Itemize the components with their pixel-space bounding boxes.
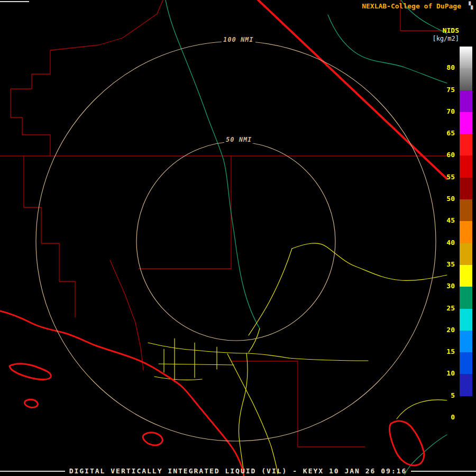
county-line-west-steps	[24, 156, 75, 317]
colorbar-tick: 60	[441, 151, 455, 159]
colorbar-tick: 50	[441, 195, 455, 203]
island-1	[10, 364, 51, 380]
colorbar-tick: 75	[441, 86, 455, 94]
highway-basin-main	[148, 343, 289, 358]
top-left-line	[0, 1, 29, 2]
colorbar-segment	[460, 396, 472, 418]
colorbar-title: NIDS	[443, 26, 459, 34]
colorbar-segment	[460, 199, 472, 221]
highway-south-1	[227, 354, 278, 474]
colorbar-tick: 15	[441, 348, 455, 355]
highway-connector	[249, 328, 260, 352]
highway-south-2	[239, 353, 248, 473]
highway-center-descent	[249, 249, 292, 335]
county-line-la-east	[139, 156, 231, 269]
colorbar-tick: 80	[441, 64, 455, 71]
coastline-group	[0, 311, 424, 476]
colorbar-tick: 0	[441, 414, 455, 421]
state-border-line	[258, 0, 447, 179]
range-ring-100	[36, 41, 436, 441]
range-ring-label-50: 50 NMI	[224, 136, 253, 143]
colorbar: NIDS [kg/m2] 807570656055504540353025201…	[439, 0, 476, 476]
colorbar-ticks: 80757065605550454035302520151050	[441, 47, 455, 418]
rivers	[166, 0, 447, 474]
range-ring-50	[136, 142, 335, 341]
colorbar-tick: 45	[441, 217, 455, 224]
state-border	[258, 0, 447, 179]
island-2	[25, 399, 38, 407]
colorbar-segment	[460, 178, 472, 199]
radar-display: 100 NMI 50 NMI NEXLAB-College of DuPage …	[0, 0, 476, 476]
status-bar-line-right	[411, 471, 476, 472]
island-4	[389, 421, 424, 465]
product-title: DIGITAL VERTICALLY INTEGRATED LIQUID (VI…	[69, 467, 407, 475]
colorbar-units: [kg/m2]	[432, 35, 459, 42]
colorbar-segment	[460, 243, 472, 265]
colorbar-tick: 35	[441, 261, 455, 268]
colorbar-segment	[460, 134, 472, 155]
coastline	[0, 311, 244, 476]
colorbar-segment	[460, 47, 472, 68]
colorbar-segment	[460, 287, 472, 308]
colorbar-tick: 65	[441, 130, 455, 137]
colorbar-tick: 20	[441, 326, 455, 334]
county-line-northwest	[11, 0, 163, 156]
colorbar-tick: 30	[441, 282, 455, 290]
range-ring-label-100: 100 NMI	[222, 36, 255, 43]
colorbar-segment	[460, 265, 472, 287]
status-bar: DIGITAL VERTICALLY INTEGRATED LIQUID (VI…	[0, 467, 476, 475]
colorbar-tick: 10	[441, 370, 455, 377]
colorbar-segment	[460, 112, 472, 134]
status-bar-line-left	[0, 471, 65, 472]
highway-basin-east	[289, 358, 368, 361]
highway-basin-h2	[159, 364, 234, 365]
colorbar-tick: 40	[441, 239, 455, 246]
colorbar-tick: 70	[441, 108, 455, 115]
highway-east-long	[292, 243, 447, 281]
river-northeast	[328, 15, 447, 83]
island-3	[143, 433, 162, 445]
colorbar-tick: 25	[441, 305, 455, 312]
county-line-southeast	[231, 361, 365, 447]
colorbar-segment	[460, 374, 472, 396]
colorbar-segment	[460, 155, 472, 177]
colorbar-segment	[460, 90, 472, 112]
county-line-ventura	[110, 260, 143, 370]
colorbar-segment	[460, 352, 472, 374]
colorbar-segment	[460, 221, 472, 243]
colorbar-segment	[460, 68, 472, 90]
range-rings	[36, 41, 436, 441]
colorbar-tick: 5	[441, 392, 455, 399]
colorbar-segment	[460, 309, 472, 331]
colorbar-segments	[460, 47, 472, 418]
colorbar-segment	[460, 331, 472, 352]
radar-map	[0, 0, 476, 476]
colorbar-tick: 55	[441, 173, 455, 181]
